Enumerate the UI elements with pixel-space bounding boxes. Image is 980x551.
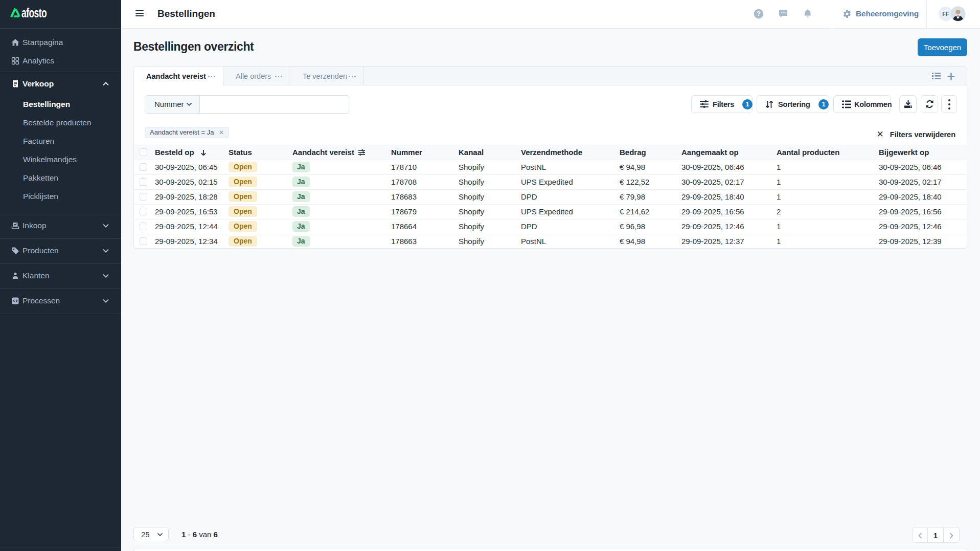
svg-text:?: ? [757,10,761,17]
